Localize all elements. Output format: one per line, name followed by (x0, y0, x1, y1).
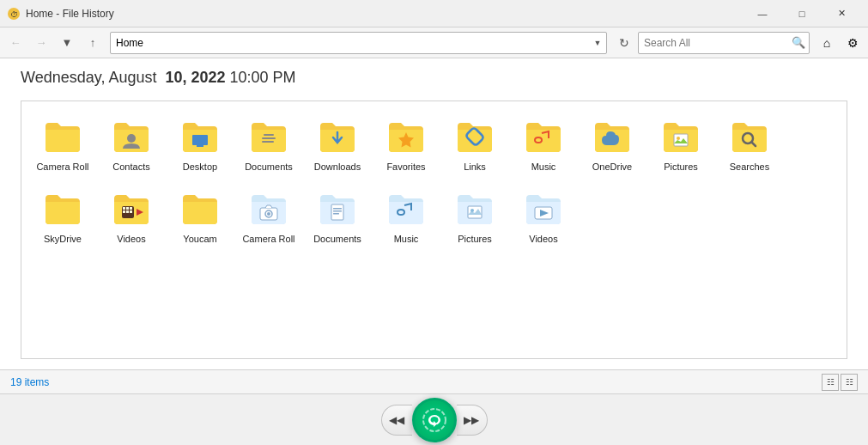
svg-point-23 (267, 212, 270, 216)
main-content: Wednesday, August 10, 2022 10:00 PM Came… (0, 58, 868, 393)
view-toggle: ☷ ☷ (822, 374, 858, 391)
grid-view-button[interactable]: ☷ (841, 374, 858, 391)
refresh-button[interactable]: ↻ (612, 31, 636, 55)
folder-icon-favorites (385, 116, 427, 157)
folder-icon-searches (729, 116, 770, 157)
toolbar: ← → ▼ ↑ ▼ ↻ 🔍 ⌂ ⚙ (0, 27, 868, 58)
dropdown-button[interactable]: ▼ (55, 31, 79, 55)
next-button[interactable]: ▶▶ (457, 405, 488, 436)
folder-music[interactable]: Music (513, 112, 574, 177)
folder-icon-onedrive (592, 116, 633, 157)
folder-skydrive[interactable]: SkyDrive (32, 184, 94, 249)
content-area: Wednesday, August 10, 2022 10:00 PM Came… (0, 58, 868, 369)
window-controls: — □ ✕ (743, 0, 861, 27)
folder-pictures[interactable]: Pictures (650, 112, 712, 177)
folder-icon-camera-roll-2 (248, 188, 289, 229)
prev-button[interactable]: ◀◀ (381, 405, 412, 436)
folder-icon-youcam (179, 188, 221, 229)
home-icon-button[interactable]: ⌂ (815, 31, 839, 55)
folder-label-skydrive: SkyDrive (44, 233, 82, 245)
svg-rect-15 (126, 207, 129, 210)
folder-icon-pictures (660, 116, 701, 157)
folder-links[interactable]: Links (444, 112, 506, 177)
folder-icon-skydrive (42, 188, 83, 229)
svg-rect-25 (333, 208, 342, 210)
svg-rect-6 (262, 137, 276, 139)
svg-rect-26 (333, 210, 342, 212)
address-input[interactable] (111, 37, 589, 49)
folder-icon-contacts (111, 116, 152, 157)
folder-icon-documents-2 (317, 188, 358, 229)
folder-pictures-2[interactable]: Pictures (444, 184, 506, 249)
folder-icon-desktop (179, 116, 221, 157)
status-bar: 19 items ☷ ☷ (0, 369, 868, 393)
folder-label-onedrive: OneDrive (592, 161, 632, 173)
bottom-nav: ◀◀ ▶▶ (0, 393, 868, 445)
folder-label-documents-2: Documents (313, 233, 361, 245)
folder-icon-videos-2 (523, 188, 564, 229)
search-input[interactable] (639, 37, 788, 49)
title-bar: ⏱ Home - File History — □ ✕ (0, 0, 868, 27)
folder-label-videos: Videos (117, 233, 145, 245)
folder-label-camera-roll-2: Camera Roll (242, 233, 294, 245)
folder-documents-2[interactable]: Documents (307, 184, 368, 249)
address-bar: ▼ (110, 32, 607, 54)
svg-point-10 (677, 137, 680, 140)
svg-rect-4 (197, 145, 203, 147)
forward-button[interactable]: → (29, 31, 53, 55)
close-button[interactable]: ✕ (822, 0, 861, 27)
folder-contacts[interactable]: Contacts (100, 112, 162, 177)
svg-rect-17 (123, 210, 125, 213)
search-icon-button[interactable]: 🔍 (788, 32, 809, 54)
folder-label-searches: Searches (730, 161, 769, 173)
folder-videos-2[interactable]: Videos (513, 184, 574, 249)
window-title: Home - File History (26, 8, 743, 20)
folder-label-camera-roll: Camera Roll (36, 161, 88, 173)
maximize-button[interactable]: □ (782, 0, 822, 27)
file-grid: Camera Roll Contacts Desktop (32, 112, 836, 250)
folder-label-pictures-2: Pictures (458, 233, 492, 245)
folder-videos[interactable]: Videos (100, 184, 162, 249)
svg-rect-3 (192, 135, 208, 145)
folder-label-music: Music (531, 161, 556, 173)
svg-rect-18 (126, 210, 129, 213)
date-header: Wednesday, August 10, 2022 10:00 PM (21, 69, 847, 87)
file-grid-container: Camera Roll Contacts Desktop (21, 101, 847, 359)
settings-icon-button[interactable]: ⚙ (841, 31, 865, 55)
folder-label-links: Links (464, 161, 486, 173)
folder-icon-videos (111, 188, 152, 229)
date-text: Wednesday, August 10, 2022 10:00 PM (21, 69, 296, 86)
svg-rect-19 (130, 210, 132, 213)
folder-downloads[interactable]: Downloads (307, 112, 368, 177)
up-button[interactable]: ↑ (81, 31, 105, 55)
folder-searches[interactable]: Searches (719, 112, 780, 177)
folder-favorites[interactable]: Favorites (375, 112, 437, 177)
svg-rect-24 (331, 204, 343, 220)
folder-label-contacts: Contacts (112, 161, 149, 173)
folder-label-music-2: Music (394, 233, 419, 245)
list-view-button[interactable]: ☷ (822, 374, 839, 391)
minimize-button[interactable]: — (743, 0, 782, 27)
folder-icon-pictures-2 (454, 188, 495, 229)
folder-label-youcam: Youcam (183, 233, 216, 245)
folder-youcam[interactable]: Youcam (169, 184, 231, 249)
folder-icon-documents (248, 116, 289, 157)
folder-music-2[interactable]: Music (375, 184, 437, 249)
restore-button[interactable] (412, 398, 457, 442)
folder-label-favorites: Favorites (386, 161, 425, 173)
folder-icon-music-2 (385, 188, 427, 229)
toolbar-actions: ⌂ ⚙ (815, 31, 865, 55)
folder-camera-roll-2[interactable]: Camera Roll (238, 184, 300, 249)
address-dropdown-button[interactable]: ▼ (589, 32, 606, 54)
search-bar: 🔍 (638, 32, 810, 54)
back-button[interactable]: ← (3, 31, 27, 55)
folder-desktop[interactable]: Desktop (169, 112, 231, 177)
folder-label-desktop: Desktop (183, 161, 217, 173)
folder-onedrive[interactable]: OneDrive (581, 112, 643, 177)
folder-icon-links (454, 116, 495, 157)
folder-documents[interactable]: Documents (238, 112, 300, 177)
svg-point-29 (470, 209, 474, 212)
folder-label-videos-2: Videos (529, 233, 557, 245)
folder-camera-roll[interactable]: Camera Roll (32, 112, 94, 177)
folder-icon-music (523, 116, 564, 157)
